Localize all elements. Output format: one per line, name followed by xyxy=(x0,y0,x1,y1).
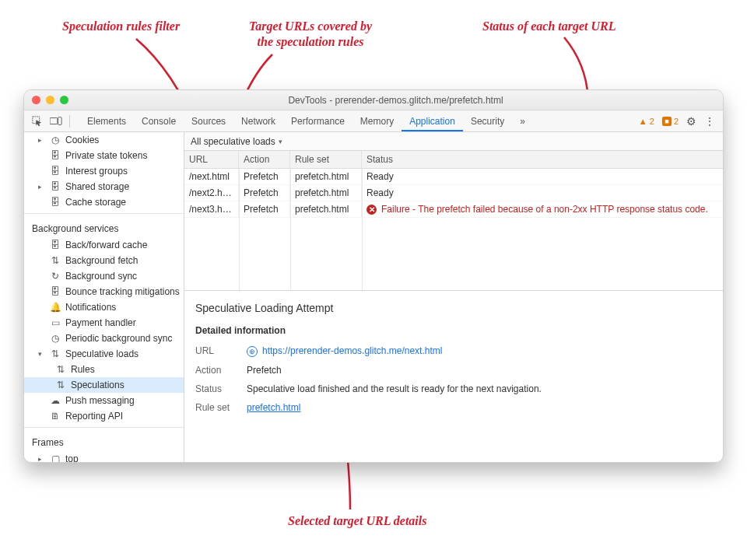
frame-icon: ▢ xyxy=(50,453,61,462)
sidebar-item-bounce[interactable]: 🗄Bounce tracking mitigations xyxy=(24,284,184,299)
database-icon: 🗄 xyxy=(50,240,61,250)
tab-memory[interactable]: Memory xyxy=(352,111,402,131)
traffic-lights[interactable] xyxy=(32,96,68,104)
minimize-dot[interactable] xyxy=(46,96,54,104)
sync-icon: ↻ xyxy=(50,271,61,282)
grid-row[interactable]: /next2.html Prefetch prefetch.html Ready xyxy=(184,185,723,201)
panel-tabs: Elements Console Sources Network Perform… xyxy=(79,111,637,131)
grid-row[interactable]: /next.html Prefetch prefetch.html Ready xyxy=(184,169,723,185)
tab-security[interactable]: Security xyxy=(463,111,512,131)
warning-icon: ▲ xyxy=(639,117,647,126)
speculative-filter-select[interactable]: All speculative loads ▾ xyxy=(191,136,282,147)
tab-console[interactable]: Console xyxy=(134,111,184,131)
bell-icon: 🔔 xyxy=(50,302,61,313)
tab-application[interactable]: Application xyxy=(402,111,463,131)
link-icon: ⊕ xyxy=(247,346,258,357)
database-icon: 🗄 xyxy=(50,286,61,297)
svg-rect-6 xyxy=(58,117,61,124)
tab-performance[interactable]: Performance xyxy=(283,111,352,131)
titlebar: DevTools - prerender-demos.glitch.me/pre… xyxy=(24,90,723,110)
sidebar-section-frames: Frames xyxy=(24,431,184,451)
sidebar-item-private-state[interactable]: 🗄Private state tokens xyxy=(24,148,184,163)
sidebar-item-notifications[interactable]: 🔔Notifications xyxy=(24,299,184,315)
settings-icon[interactable]: ⚙ xyxy=(686,115,696,128)
detail-ruleset-label: Rule set xyxy=(195,402,240,413)
detail-action-label: Action xyxy=(195,365,240,376)
grid-header: URL Action Rule set Status xyxy=(184,151,723,169)
database-icon: 🗄 xyxy=(50,181,61,192)
detail-status-label: Status xyxy=(195,383,240,394)
sidebar-item-cache[interactable]: 🗄Cache storage xyxy=(24,194,184,210)
main-panel: All speculative loads ▾ URL Action Rule … xyxy=(184,132,723,462)
col-action[interactable]: Action xyxy=(239,151,290,168)
annotation-status: Status of each target URL xyxy=(482,19,616,34)
zoom-dot[interactable] xyxy=(60,96,68,104)
detail-ruleset-value[interactable]: prefetch.html xyxy=(247,402,712,413)
sidebar-item-bgfetch[interactable]: ⇅Background fetch xyxy=(24,253,184,268)
detail-action-value: Prefetch xyxy=(247,365,712,376)
sidebar-item-bfcache[interactable]: 🗄Back/forward cache xyxy=(24,237,184,253)
sidebar-item-bgsync[interactable]: ↻Background sync xyxy=(24,268,184,284)
updown-icon: ⇅ xyxy=(55,380,66,390)
inspect-icon[interactable] xyxy=(29,116,46,127)
updown-icon: ⇅ xyxy=(50,348,61,359)
tab-overflow[interactable]: » xyxy=(512,111,533,131)
tab-network[interactable]: Network xyxy=(233,111,283,131)
sidebar-item-reporting[interactable]: 🗎Reporting API xyxy=(24,408,184,424)
devtools-toolbar: Elements Console Sources Network Perform… xyxy=(24,110,723,132)
devtools-window: DevTools - prerender-demos.glitch.me/pre… xyxy=(23,89,724,463)
status-failure: ✕ Failure - The prefetch failed because … xyxy=(362,201,723,217)
document-icon: 🗎 xyxy=(50,411,61,422)
col-status[interactable]: Status xyxy=(362,151,723,168)
device-icon[interactable] xyxy=(47,117,65,126)
issue-icon: ■ xyxy=(662,117,672,126)
detail-subtitle: Detailed information xyxy=(195,325,712,336)
filter-bar: All speculative loads ▾ xyxy=(184,132,723,151)
sidebar-item-speculations[interactable]: ⇅Speculations xyxy=(24,377,184,393)
sidebar-item-interest[interactable]: 🗄Interest groups xyxy=(24,163,184,179)
tab-sources[interactable]: Sources xyxy=(184,111,233,131)
chevron-down-icon: ▾ xyxy=(279,138,282,145)
annotation-targets: Target URLs covered by the speculation r… xyxy=(249,19,372,50)
warnings-badge[interactable]: ▲2 xyxy=(639,117,654,126)
detail-status-value: Speculative load finished and the result… xyxy=(247,383,712,394)
sidebar-item-periodic[interactable]: ◷Periodic background sync xyxy=(24,331,184,346)
sidebar-item-rules[interactable]: ⇅Rules xyxy=(24,362,184,377)
issues-badge[interactable]: ■2 xyxy=(662,117,679,126)
col-ruleset[interactable]: Rule set xyxy=(290,151,362,168)
sidebar-item-cookies[interactable]: ▸◷Cookies xyxy=(24,132,184,148)
detail-url-label: URL xyxy=(195,345,240,357)
svg-rect-5 xyxy=(50,117,58,124)
sidebar-item-speculative[interactable]: ▾⇅Speculative loads xyxy=(24,346,184,362)
database-icon: 🗄 xyxy=(50,197,61,208)
speculations-grid: URL Action Rule set Status /next.html Pr… xyxy=(184,151,723,291)
cloud-icon: ☁ xyxy=(50,395,61,406)
annotation-filter: Speculation rules filter xyxy=(62,19,180,34)
error-icon: ✕ xyxy=(366,205,377,215)
card-icon: ▭ xyxy=(50,317,61,328)
clock-icon: ◷ xyxy=(50,333,61,344)
col-url[interactable]: URL xyxy=(184,151,239,168)
sidebar-item-shared-storage[interactable]: ▸🗄Shared storage xyxy=(24,179,184,194)
tab-elements[interactable]: Elements xyxy=(79,111,134,131)
grid-row[interactable]: /next3.html Prefetch prefetch.html ✕ Fai… xyxy=(184,201,723,218)
database-icon: 🗄 xyxy=(50,150,61,161)
clock-icon: ◷ xyxy=(50,135,61,145)
updown-icon: ⇅ xyxy=(55,364,66,375)
window-title: DevTools - prerender-demos.glitch.me/pre… xyxy=(68,95,723,106)
annotation-details: Selected target URL details xyxy=(288,513,426,529)
sidebar-item-push[interactable]: ☁Push messaging xyxy=(24,393,184,408)
sidebar-item-top-frame[interactable]: ▸▢top xyxy=(24,451,184,462)
detail-panel: Speculative Loading Attempt Detailed inf… xyxy=(184,291,723,427)
database-icon: 🗄 xyxy=(50,166,61,177)
sidebar-item-payment[interactable]: ▭Payment handler xyxy=(24,315,184,331)
detail-title: Speculative Loading Attempt xyxy=(195,302,712,314)
sidebar-section-bg: Background services xyxy=(24,217,184,237)
close-dot[interactable] xyxy=(32,96,40,104)
detail-url-value[interactable]: ⊕https://prerender-demos.glitch.me/next.… xyxy=(247,345,712,357)
application-sidebar[interactable]: ▸◷Cookies 🗄Private state tokens 🗄Interes… xyxy=(24,132,184,462)
more-icon[interactable]: ⋮ xyxy=(704,115,715,128)
updown-icon: ⇅ xyxy=(50,255,61,266)
